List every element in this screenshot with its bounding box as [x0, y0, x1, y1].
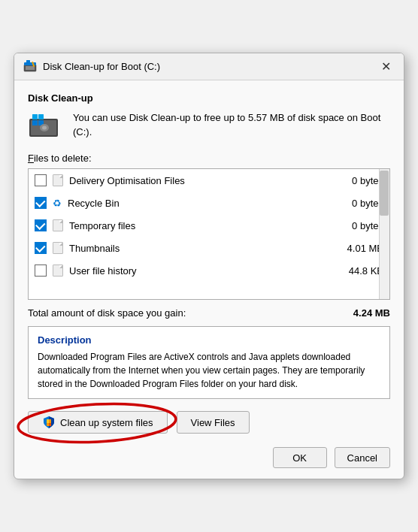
scrollbar-track[interactable]	[379, 169, 389, 299]
svg-rect-8	[38, 114, 44, 119]
svg-rect-1	[26, 66, 35, 70]
ok-cancel-row: OK Cancel	[28, 444, 390, 468]
cancel-button[interactable]: Cancel	[335, 447, 390, 468]
file-name: Temporary files	[69, 220, 346, 231]
svg-rect-9	[32, 120, 38, 125]
file-list-container[interactable]: Delivery Optimisation Files 0 bytes ♻ Re…	[28, 168, 390, 300]
list-item[interactable]: Thumbnails 4.01 MB	[29, 237, 389, 259]
shield-icon	[42, 416, 56, 429]
ok-label: OK	[292, 452, 307, 464]
ok-button[interactable]: OK	[273, 447, 327, 468]
doc-icon	[53, 219, 63, 231]
svg-rect-2	[24, 62, 36, 65]
checkbox-user-history[interactable]	[35, 264, 47, 277]
recycle-icon: ♻	[53, 198, 62, 209]
doc-icon	[53, 264, 63, 277]
description-box: Description Downloaded Program Files are…	[28, 326, 390, 399]
total-row: Total amount of disk space you gain: 4.2…	[28, 307, 390, 319]
file-name: Delivery Optimisation Files	[69, 175, 346, 186]
title-bar-left: Disk Clean-up for Boot (C:)	[23, 60, 160, 74]
window-title: Disk Clean-up for Boot (C:)	[43, 61, 160, 72]
info-row: You can use Disk Clean-up to free up to …	[28, 111, 390, 142]
checkbox-delivery[interactable]	[35, 174, 47, 186]
list-item[interactable]: ♻ Recycle Bin 0 bytes	[29, 192, 389, 214]
files-label: FFiles to delete:iles to delete:	[28, 153, 390, 164]
disk-cleanup-dialog: Disk Clean-up for Boot (C:) ✕ Disk Clean…	[14, 53, 404, 479]
file-name: Thumbnails	[69, 243, 341, 254]
disk-icon-container	[28, 113, 62, 142]
checkbox-thumbnails[interactable]	[35, 242, 47, 254]
disk-icon	[28, 113, 62, 140]
list-item[interactable]: Temporary files 0 bytes	[29, 214, 389, 237]
checkbox-recycle[interactable]	[35, 197, 47, 209]
section-title: Disk Clean-up	[28, 92, 390, 104]
view-files-label: View Files	[191, 417, 235, 428]
view-files-button[interactable]: View Files	[177, 411, 250, 434]
dialog-body: Disk Clean-up You can use Disk	[14, 80, 404, 479]
close-button[interactable]: ✕	[377, 58, 395, 76]
scrollbar-thumb[interactable]	[380, 171, 389, 216]
list-item[interactable]: Delivery Optimisation Files 0 bytes	[29, 169, 389, 192]
cancel-label: Cancel	[347, 452, 377, 464]
list-item[interactable]: User file history 44.8 KB	[29, 259, 389, 282]
button-row: Clean up system files View Files	[28, 411, 390, 434]
title-bar: Disk Clean-up for Boot (C:) ✕	[14, 53, 404, 80]
file-size: 4.01 MB	[347, 243, 383, 254]
files-label-text: FFiles to delete:iles to delete:	[28, 153, 92, 164]
checkbox-temp[interactable]	[35, 219, 47, 231]
cleanup-button-label: Clean up system files	[60, 417, 153, 428]
cleanup-btn-wrapper: Clean up system files	[28, 411, 168, 434]
info-text: You can use Disk Clean-up to free up to …	[73, 111, 390, 140]
svg-rect-17	[49, 423, 51, 426]
total-label: Total amount of disk space you gain:	[28, 307, 186, 319]
file-name: User file history	[69, 265, 343, 277]
svg-point-12	[42, 126, 47, 130]
description-title: Description	[38, 334, 380, 346]
svg-rect-7	[32, 114, 38, 119]
doc-icon	[53, 242, 63, 254]
total-value: 4.24 MB	[353, 307, 390, 319]
svg-rect-3	[26, 60, 30, 62]
app-icon	[23, 60, 37, 74]
file-name: Recycle Bin	[68, 198, 346, 209]
svg-rect-14	[47, 419, 49, 423]
cleanup-system-files-button[interactable]: Clean up system files	[28, 411, 168, 434]
svg-rect-15	[49, 419, 51, 423]
svg-rect-16	[47, 423, 49, 426]
description-text: Downloaded Program Files are ActiveX con…	[38, 350, 380, 391]
doc-icon	[53, 174, 63, 186]
